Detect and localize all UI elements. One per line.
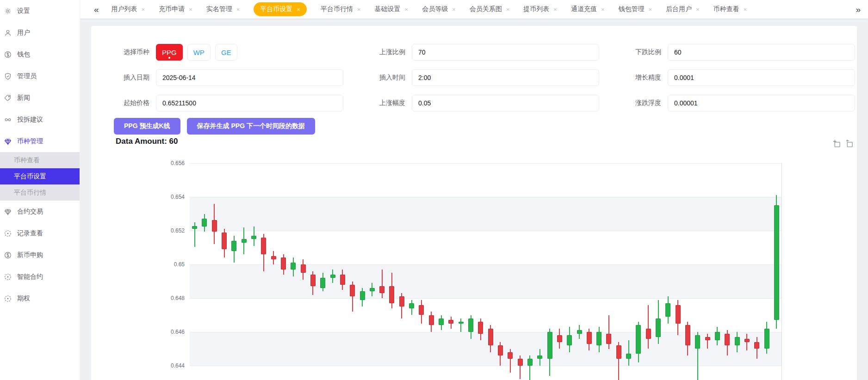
candle-body [251, 236, 256, 239]
diamond-icon [4, 138, 12, 145]
tab-close-icon[interactable]: × [189, 6, 192, 13]
action-button[interactable]: 保存并生成 PPG 下一个时间段的数据 [187, 118, 315, 135]
candle-body [764, 329, 769, 349]
candle-body [301, 264, 306, 273]
tab-平台币设置[interactable]: 平台币设置× [254, 2, 307, 16]
sidebar-item-label: 新币申购 [17, 251, 43, 259]
input-涨跌浮度[interactable] [668, 95, 855, 111]
candle-body [646, 329, 651, 339]
field-label: 起始价格 [104, 99, 156, 107]
tab-close-icon[interactable]: × [601, 6, 605, 13]
field-label: 增长精度 [616, 74, 668, 82]
candle-body [192, 226, 197, 229]
action-button[interactable]: PPG 预生成K线 [114, 118, 180, 135]
sidebar-item-智能合约[interactable]: 智能合约 [0, 266, 80, 288]
tab-close-icon[interactable]: × [744, 6, 747, 13]
tab-提币列表[interactable]: 提币列表× [523, 5, 557, 13]
input-增长精度[interactable] [668, 69, 855, 86]
tab-平台币行情[interactable]: 平台币行情× [321, 5, 361, 13]
field-插入时间: 插入时间 [360, 69, 616, 86]
sidebar-subitem-平台币设置[interactable]: 平台币设置 [0, 168, 80, 184]
coin-option-PPG[interactable]: PPG [156, 44, 183, 61]
input-上涨比例[interactable] [412, 44, 599, 61]
y-gridline [190, 231, 781, 231]
y-axis-tick-label: 0.656 [150, 160, 185, 166]
sidebar-item-钱包[interactable]: 钱包 [0, 43, 80, 65]
tabs-scroll-left-button[interactable]: « [94, 5, 99, 14]
input-起始价格[interactable] [156, 95, 343, 111]
chart-toolbar [833, 140, 853, 147]
candle-wick [460, 319, 461, 332]
coin-option-GE[interactable]: GE [215, 44, 237, 61]
candle-body [508, 352, 513, 359]
form-row: 选择币种PPGWPGE上涨比例下跌比例 [104, 44, 855, 61]
candle-body [281, 257, 286, 270]
sidebar-item-新闻[interactable]: 新闻 [0, 87, 80, 109]
sidebar-item-label: 设置 [17, 7, 30, 15]
tab-close-icon[interactable]: × [405, 6, 409, 13]
candle-body [389, 286, 394, 303]
tab-close-icon[interactable]: × [357, 6, 361, 13]
sidebar-item-币种管理[interactable]: 币种管理 [0, 130, 80, 152]
tab-label: 会员等级 [422, 5, 448, 13]
input-上涨幅度[interactable] [412, 95, 599, 111]
sidebar-item-合约交易[interactable]: 合约交易 [0, 201, 80, 222]
candle-body [488, 329, 493, 346]
diamond-icon [4, 208, 12, 215]
tab-close-icon[interactable]: × [506, 6, 510, 13]
coin-option-WP[interactable]: WP [187, 44, 211, 61]
sidebar-item-管理员[interactable]: 管理员 [0, 65, 80, 87]
action-buttons: PPG 预生成K线保存并生成 PPG 下一个时间段的数据 [114, 118, 315, 135]
input-插入日期[interactable] [156, 69, 343, 86]
tab-币种查看[interactable]: 币种查看× [713, 5, 747, 13]
sidebar-subitem-币种查看[interactable]: 币种查看 [0, 152, 80, 168]
tab-后台用户[interactable]: 后台用户× [666, 5, 700, 13]
tab-用户列表[interactable]: 用户列表× [112, 5, 145, 13]
tab-close-icon[interactable]: × [236, 6, 240, 13]
candle-body [310, 275, 316, 287]
y-gridline [190, 332, 781, 332]
tab-close-icon[interactable]: × [297, 6, 300, 13]
candle-body [518, 359, 523, 366]
tab-实名管理[interactable]: 实名管理× [206, 5, 240, 13]
split-area-band [190, 332, 781, 366]
sidebar-item-用户[interactable]: 用户 [0, 22, 80, 43]
sidebar-item-记录查看[interactable]: 记录查看 [0, 222, 80, 244]
tab-会员关系图[interactable]: 会员关系图× [470, 5, 510, 13]
candle-body [242, 239, 247, 242]
tabs-scroll-right-button[interactable]: » [856, 5, 861, 14]
tab-close-icon[interactable]: × [142, 6, 145, 13]
candle-body [606, 334, 611, 344]
tab-会员等级[interactable]: 会员等级× [422, 5, 456, 13]
sidebar-item-投拆建议[interactable]: 投拆建议 [0, 109, 80, 130]
field-上涨比例: 上涨比例 [360, 44, 616, 61]
sidebar-item-期权[interactable]: 期权 [0, 288, 80, 309]
candle-body [202, 219, 207, 227]
candle-body [665, 303, 670, 317]
gear-icon [4, 7, 12, 15]
tab-充币申请[interactable]: 充币申请× [159, 5, 192, 13]
restore-icon[interactable] [845, 140, 853, 147]
candle-body [577, 330, 582, 333]
candle-wick [707, 334, 708, 349]
sidebar-subitem-平台币行情[interactable]: 平台币行情 [0, 184, 80, 201]
candle-body [557, 335, 562, 342]
tab-基础设置[interactable]: 基础设置× [375, 5, 409, 13]
candle-body [656, 319, 661, 337]
sidebar-item-设置[interactable]: 设置 [0, 0, 80, 22]
dollar-icon [4, 51, 12, 58]
input-下跌比例[interactable] [668, 44, 855, 61]
shield-icon [4, 73, 12, 80]
tab-close-icon[interactable]: × [452, 6, 456, 13]
tab-通道充值[interactable]: 通道充值× [571, 5, 605, 13]
input-插入时间[interactable] [412, 69, 599, 86]
tab-close-icon[interactable]: × [553, 6, 557, 13]
tab-close-icon[interactable]: × [696, 6, 700, 13]
field-label: 涨跌浮度 [616, 99, 668, 107]
field-下跌比例: 下跌比例 [616, 44, 855, 61]
tab-钱包管理[interactable]: 钱包管理× [619, 5, 652, 13]
sidebar-item-新币申购[interactable]: 新币申购 [0, 244, 80, 266]
zoom-select-icon[interactable] [833, 140, 841, 147]
candlestick-chart[interactable]: 0.6560.6540.6520.650.6480.6460.644 [91, 163, 857, 380]
tab-close-icon[interactable]: × [649, 6, 652, 13]
